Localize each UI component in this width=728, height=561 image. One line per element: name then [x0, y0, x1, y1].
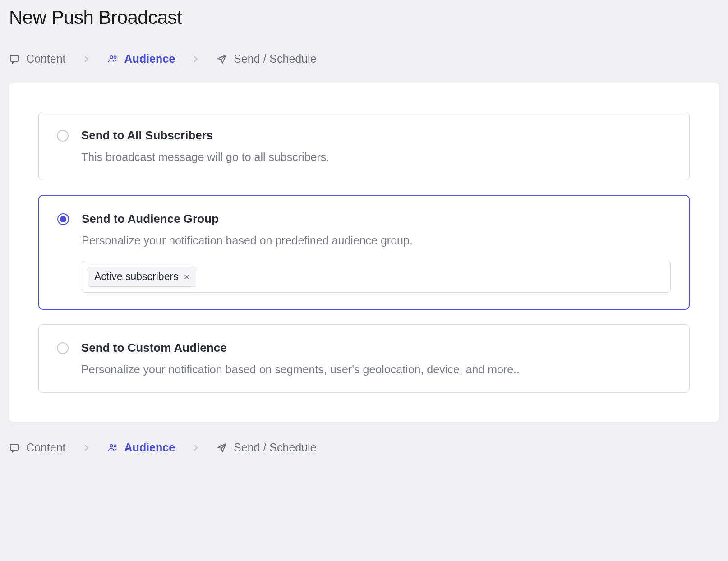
breadcrumb-step-send[interactable]: Send / Schedule	[217, 441, 316, 454]
radio-custom-audience[interactable]	[57, 342, 69, 354]
breadcrumb-bottom: Content Audience Send / Schedule	[0, 431, 728, 464]
chevron-right-icon	[192, 444, 199, 451]
chevron-right-icon	[83, 444, 90, 451]
svg-rect-0	[10, 55, 18, 61]
send-icon	[217, 442, 227, 453]
option-title: Send to All Subscribers	[81, 129, 671, 143]
audience-card: Send to All Subscribers This broadcast m…	[9, 83, 719, 422]
radio-audience-group[interactable]	[57, 213, 69, 225]
option-audience-group[interactable]: Send to Audience Group Personalize your …	[38, 195, 690, 310]
breadcrumb-label-content: Content	[26, 441, 66, 454]
breadcrumb-label-send: Send / Schedule	[234, 52, 316, 65]
chevron-right-icon	[83, 55, 90, 63]
svg-point-5	[114, 445, 116, 447]
svg-point-2	[114, 56, 116, 58]
option-custom-audience[interactable]: Send to Custom Audience Personalize your…	[38, 324, 690, 393]
breadcrumb-label-content: Content	[26, 52, 66, 65]
option-title: Send to Audience Group	[82, 212, 671, 226]
breadcrumb-step-audience[interactable]: Audience	[107, 441, 175, 454]
people-icon	[107, 54, 118, 64]
svg-point-1	[110, 55, 112, 58]
people-icon	[107, 442, 118, 453]
svg-point-4	[110, 444, 112, 447]
message-icon	[9, 54, 20, 64]
message-icon	[9, 442, 20, 453]
option-description: Personalize your notification based on p…	[82, 234, 671, 247]
breadcrumb-step-audience[interactable]: Audience	[107, 52, 175, 65]
option-description: This broadcast message will go to all su…	[81, 151, 671, 164]
chevron-right-icon	[192, 55, 199, 63]
breadcrumb-step-content[interactable]: Content	[9, 441, 66, 454]
svg-rect-3	[10, 444, 18, 450]
breadcrumb-label-audience: Audience	[124, 441, 175, 454]
option-title: Send to Custom Audience	[81, 341, 671, 355]
tag-chip: Active subscribers	[88, 267, 196, 287]
breadcrumb-step-send[interactable]: Send / Schedule	[217, 52, 316, 65]
close-icon[interactable]	[184, 274, 189, 280]
send-icon	[217, 54, 227, 64]
radio-all-subscribers[interactable]	[57, 130, 69, 142]
breadcrumb-step-content[interactable]: Content	[9, 52, 66, 65]
option-all-subscribers[interactable]: Send to All Subscribers This broadcast m…	[38, 112, 690, 180]
option-description: Personalize your notification based on s…	[81, 363, 671, 376]
breadcrumb-label-audience: Audience	[124, 52, 175, 65]
breadcrumb-label-send: Send / Schedule	[234, 441, 316, 454]
audience-group-input[interactable]: Active subscribers	[82, 261, 671, 293]
tag-label: Active subscribers	[94, 271, 179, 283]
breadcrumb-top: Content Audience Send / Schedule	[0, 44, 728, 74]
page-title: New Push Broadcast	[9, 7, 719, 28]
